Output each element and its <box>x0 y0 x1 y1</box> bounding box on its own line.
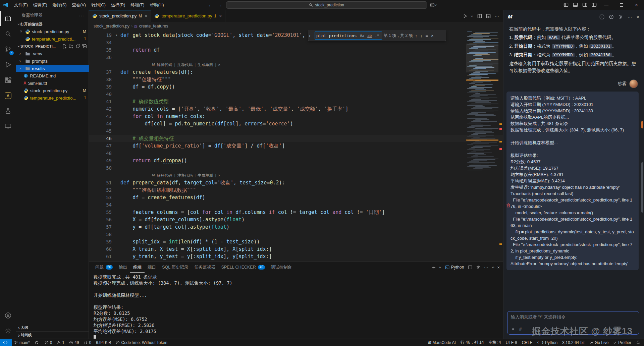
menu-item[interactable]: 文件(F) <box>11 1 31 9</box>
forward-button[interactable]: → <box>217 2 223 8</box>
codelens-comment[interactable]: 注释代码 <box>177 61 193 68</box>
tree-item-stock_prediction.py[interactable]: stock_prediction.pyM <box>16 87 89 94</box>
open-editor-item[interactable]: temperature_predicti...1 <box>16 35 89 43</box>
extensions-icon[interactable] <box>0 72 16 88</box>
panel-tab-SPELLCHECKER[interactable]: SPELL CHECKER49 <box>218 262 268 273</box>
tree-item-results[interactable]: ›results <box>16 65 89 72</box>
toggle-sidebar-icon[interactable] <box>561 0 571 10</box>
code-line-59[interactable]: 59 split_idx = int(len(df) * (1 - test_s… <box>89 238 503 245</box>
editor-tab-temperature_prediction.py[interactable]: temperature_prediction.py1× <box>151 10 225 22</box>
ai-assistant-icon[interactable]: A <box>0 88 16 103</box>
project-folder-header[interactable]: › STOCK_PREDICTI... <box>16 43 89 50</box>
code-line-37[interactable]: 37def create_features(df): <box>89 68 503 76</box>
split-editor-icon[interactable] <box>477 14 482 18</box>
sidebar-section-timeline[interactable]: ›时间线 <box>16 331 89 339</box>
code-line-45[interactable]: 45 <box>89 127 503 135</box>
close-tab-icon[interactable]: × <box>219 13 222 19</box>
code-line-40[interactable]: 40 <box>89 91 503 98</box>
panel-tab-[interactable]: 调试控制台 <box>268 262 295 273</box>
sidebar-more-actions[interactable]: ··· <box>79 13 85 18</box>
fold-icon[interactable]: › <box>115 32 118 39</box>
match-case-icon[interactable]: Aa <box>359 33 365 38</box>
find-next-icon[interactable]: ↓ <box>420 33 423 38</box>
panel-tab-[interactable]: 任务监视器 <box>191 262 218 273</box>
close-tab-icon[interactable]: × <box>145 13 147 19</box>
menu-item[interactable]: 帮助(H) <box>147 1 166 9</box>
code-line-61[interactable]: 61 y_train, y_test = y[:split_idx], y[sp… <box>89 253 503 260</box>
code-line-41[interactable]: 41 # 确保数值类型 <box>89 98 503 105</box>
open-editor-item[interactable]: ×stock_prediction.pyM <box>16 28 89 35</box>
ai-scrollbar-thumb[interactable] <box>641 162 643 213</box>
editor-layout-icon[interactable] <box>486 14 491 18</box>
ai-chat-messages[interactable]: 在当前的代码中，您需要输入以下内容：1. 股票代码：例如 AAPL 代表苹果公司… <box>503 23 644 308</box>
collapse-all-icon[interactable] <box>82 44 87 49</box>
status-codetime[interactable]: CodeTime: Without Token <box>113 339 169 346</box>
code-line-38[interactable]: 38 """创建特征""" <box>89 76 503 83</box>
menu-item[interactable]: 转到(G) <box>89 1 108 9</box>
status-git-branch[interactable]: main* <box>12 339 32 346</box>
new-chat-icon[interactable] <box>599 14 604 19</box>
find-input[interactable]: plot_predictions_dynamic Aa ab .* <box>315 32 382 40</box>
code-line-54[interactable]: 54 <box>89 201 503 209</box>
status-eol[interactable]: CRLF <box>520 339 535 346</box>
terminal-output[interactable]: 数据获取完成，共 481 条记录数据预处理完成，训练集大小: (384, 7),… <box>89 273 503 339</box>
code-line-36[interactable]: 36 <box>89 54 503 61</box>
status-errors[interactable]: 0 <box>42 339 55 346</box>
regex-icon[interactable]: .* <box>374 33 380 38</box>
run-debug-icon[interactable] <box>0 57 16 72</box>
code-line-60[interactable]: 60 X_train, X_test = X[:split_idx], X[sp… <box>89 245 503 253</box>
ai-more-icon[interactable]: ··· <box>628 14 632 19</box>
panel-tab-[interactable]: 问题50 <box>92 262 116 273</box>
status-python-interpreter[interactable]: 3.10.2 64-bit <box>560 339 587 346</box>
copilot-menu[interactable]: › <box>430 3 437 7</box>
whole-word-icon[interactable]: ab <box>366 33 373 38</box>
account-icon[interactable] <box>0 308 16 323</box>
tree-item-prompts[interactable]: ›prompts <box>16 57 89 65</box>
code-line-42[interactable]: 42 numeric_cols = ['开盘', '收盘', '最高', '最低… <box>89 105 503 113</box>
code-line-57[interactable]: 57 y = df[target_col].astype(float) <box>89 223 503 231</box>
find-in-selection-icon[interactable]: ≡ <box>425 33 429 38</box>
settings-gear-icon[interactable] <box>0 323 16 339</box>
tree-item-SimHei.ttf[interactable]: ASimHei.ttf <box>16 79 89 87</box>
open-editors-header[interactable]: › 打开的编辑器 <box>16 20 89 28</box>
toggle-replace-icon[interactable]: › <box>309 33 313 38</box>
close-window-button[interactable]: × <box>629 0 644 10</box>
tree-item-temperature_predictio...[interactable]: temperature_predictio...1 <box>16 94 89 102</box>
status-remote[interactable] <box>0 339 12 346</box>
command-center-search[interactable]: stock_prediction <box>226 1 427 9</box>
code-line-52[interactable]: 52 """准备训练和测试数据""" <box>89 186 503 194</box>
codelens-comment[interactable]: 注释代码 <box>177 172 193 179</box>
codelens-gen-test[interactable]: 生成单测 <box>198 61 213 68</box>
toggle-secondary-sidebar-icon[interactable] <box>580 0 589 10</box>
code-line-39[interactable]: 39 df = df.copy() <box>89 83 503 91</box>
panel-tab-SQL[interactable]: SQL 历史记录 <box>159 262 191 273</box>
panel-tab-[interactable]: 输出 <box>116 262 130 273</box>
tree-item-.venv[interactable]: ›.venv <box>16 50 89 57</box>
close-panel-icon[interactable]: × <box>497 265 500 270</box>
terminal-dropdown-icon[interactable]: › <box>438 267 443 268</box>
skills-icon[interactable] <box>511 327 515 331</box>
codelens-gen-test[interactable]: 生成单测 <box>198 172 213 179</box>
status-usage-size[interactable]: 6.94 KiB <box>94 339 113 346</box>
panel-tab-[interactable]: 端口 <box>145 262 159 273</box>
code-line-51[interactable]: 51def prepare_data(df, target_col='收盘', … <box>89 179 503 186</box>
status-indentation[interactable]: 空格: 4 <box>486 339 503 346</box>
code-line-56[interactable]: 56 X = df[feature_columns].astype(float) <box>89 216 503 223</box>
new-file-icon[interactable] <box>62 44 67 49</box>
maximize-button[interactable] <box>614 0 629 10</box>
split-terminal-icon[interactable] <box>468 265 472 270</box>
sidebar-section-outline[interactable]: ›大纲 <box>16 324 89 331</box>
remote-explorer-icon[interactable] <box>0 119 16 134</box>
tree-item-README.md[interactable]: README.md <box>16 72 89 79</box>
testing-icon[interactable] <box>0 103 16 119</box>
status-marscode-ai[interactable]: MMarsCode AI <box>426 339 458 346</box>
close-editor-icon[interactable]: × <box>19 29 23 34</box>
explorer-icon[interactable] <box>0 11 16 26</box>
refresh-icon[interactable] <box>75 44 80 49</box>
find-previous-icon[interactable]: ↑ <box>414 33 418 38</box>
kill-terminal-icon[interactable] <box>476 265 480 270</box>
code-line-49[interactable]: 49 return df.dropna() <box>89 157 503 164</box>
search-icon[interactable] <box>0 26 16 42</box>
code-line-47[interactable]: 47 df['volume_price_ratio'] = df['成交量'] … <box>89 142 503 150</box>
close-find-icon[interactable]: × <box>430 33 434 38</box>
